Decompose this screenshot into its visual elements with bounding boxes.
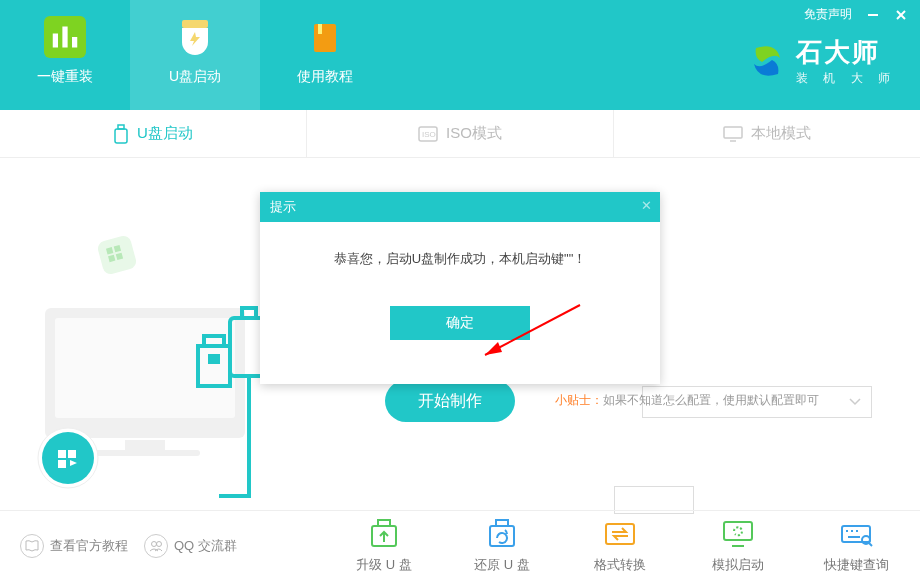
brand-name: 石大师 (796, 35, 896, 70)
nav-tab-label: U盘启动 (169, 68, 221, 86)
nav-tab-usb-boot[interactable]: U盘启动 (130, 0, 260, 110)
tool-simulate-boot[interactable]: 模拟启动 (694, 518, 782, 574)
brand-subtitle: 装 机 大 师 (796, 70, 896, 87)
tool-label: 格式转换 (594, 556, 646, 574)
usb-up-icon (366, 518, 402, 550)
tutorial-link[interactable]: 查看官方教程 (20, 534, 128, 558)
svg-rect-10 (115, 129, 127, 143)
window-controls: 免责声明 (804, 6, 908, 23)
svg-rect-1 (62, 27, 67, 48)
bottom-tools: 升级 U 盘 还原 U 盘 格式转换 模拟启动 快捷键查询 (340, 518, 900, 574)
tip-text: 小贴士：如果不知道怎么配置，使用默认配置即可 (555, 392, 819, 409)
svg-rect-37 (842, 526, 870, 542)
subtab-label: U盘启动 (137, 124, 193, 143)
nav-tab-tutorial[interactable]: 使用教程 (260, 0, 390, 110)
chevron-down-icon (849, 398, 861, 406)
subtab-label: 本地模式 (751, 124, 811, 143)
people-icon (144, 534, 168, 558)
tool-hotkey-lookup[interactable]: 快捷键查询 (812, 518, 900, 574)
bottom-left-links: 查看官方教程 QQ 交流群 (20, 534, 237, 558)
tool-label: 快捷键查询 (824, 556, 889, 574)
modal-close-button[interactable]: ✕ (641, 198, 652, 213)
disclaimer-link[interactable]: 免责声明 (804, 6, 852, 23)
minimize-button[interactable] (866, 8, 880, 22)
tool-restore-usb[interactable]: 还原 U 盘 (458, 518, 546, 574)
svg-rect-13 (724, 127, 742, 138)
svg-text:ISO: ISO (422, 130, 436, 139)
tip-prefix: 小贴士： (555, 393, 603, 407)
iso-icon: ISO (418, 126, 438, 142)
convert-icon (602, 518, 638, 550)
svg-rect-25 (208, 354, 220, 364)
header-right: 免责声明 石大师 装 机 大 师 (746, 0, 920, 110)
keyboard-search-icon (838, 518, 874, 550)
svg-rect-3 (182, 20, 208, 28)
nav-tab-label: 一键重装 (37, 68, 93, 86)
subtab-iso[interactable]: ISO ISO模式 (307, 110, 614, 157)
modal-ok-button[interactable]: 确定 (390, 306, 530, 340)
chart-icon (44, 16, 86, 58)
tool-label: 升级 U 盘 (356, 556, 412, 574)
link-label: 查看官方教程 (50, 537, 128, 555)
tool-format-convert[interactable]: 格式转换 (576, 518, 664, 574)
tool-label: 还原 U 盘 (474, 556, 530, 574)
svg-rect-35 (724, 522, 752, 540)
monitor-icon (723, 126, 743, 142)
subtab-local[interactable]: 本地模式 (614, 110, 920, 157)
modal-title: 提示 (270, 198, 296, 216)
nav-tab-reinstall[interactable]: 一键重装 (0, 0, 130, 110)
logo-icon (746, 40, 788, 82)
tip-body: 如果不知道怎么配置，使用默认配置即可 (603, 393, 819, 407)
header: 一键重装 U盘启动 使用教程 免责声明 石大师 装 机 大 师 (0, 0, 920, 110)
modal-ok-label: 确定 (446, 314, 474, 332)
svg-point-29 (157, 541, 162, 546)
tool-upgrade-usb[interactable]: 升级 U 盘 (340, 518, 428, 574)
modal-title-bar: 提示 ✕ (260, 192, 660, 222)
nav-tab-label: 使用教程 (297, 68, 353, 86)
tool-label: 模拟启动 (712, 556, 764, 574)
modal-dialog: 提示 ✕ 恭喜您，启动U盘制作成功，本机启动键""！ 确定 (260, 192, 660, 384)
svg-rect-18 (125, 440, 165, 450)
logo: 石大师 装 机 大 师 (746, 35, 896, 87)
book-icon (304, 16, 346, 58)
book-open-icon (20, 534, 44, 558)
svg-rect-0 (53, 34, 58, 48)
close-button[interactable] (894, 8, 908, 22)
svg-rect-5 (318, 24, 322, 34)
subtab-usb-boot[interactable]: U盘启动 (0, 110, 307, 157)
svg-rect-2 (72, 37, 77, 48)
start-button[interactable]: 开始制作 (385, 380, 515, 422)
bottom-bar: 查看官方教程 QQ 交流群 升级 U 盘 还原 U 盘 格式转换 模拟启动 快捷… (0, 510, 920, 580)
monitor-refresh-icon (720, 518, 756, 550)
qq-group-link[interactable]: QQ 交流群 (144, 534, 237, 558)
usb-refresh-icon (484, 518, 520, 550)
subtabs: U盘启动 ISO ISO模式 本地模式 (0, 110, 920, 158)
svg-line-43 (869, 543, 872, 546)
link-label: QQ 交流群 (174, 537, 237, 555)
svg-rect-4 (314, 24, 336, 52)
start-button-label: 开始制作 (418, 391, 482, 412)
modal-message: 恭喜您，启动U盘制作成功，本机启动键""！ (260, 222, 660, 268)
svg-rect-17 (55, 318, 235, 418)
svg-point-28 (152, 541, 157, 546)
usb-icon (113, 124, 129, 144)
shield-icon (174, 16, 216, 58)
svg-rect-19 (90, 450, 200, 456)
subtab-label: ISO模式 (446, 124, 502, 143)
svg-rect-34 (606, 524, 634, 544)
